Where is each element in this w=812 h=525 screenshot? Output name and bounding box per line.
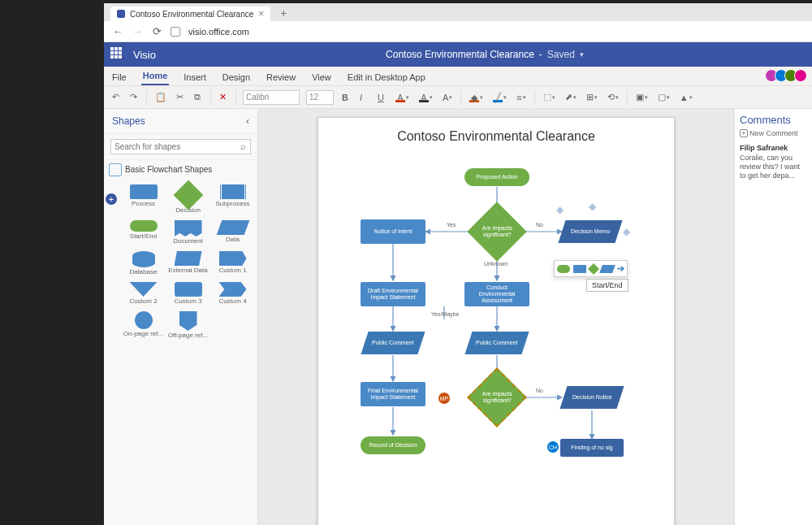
node-decision-memo[interactable]: Decision Memo [558, 220, 622, 243]
new-tab-button[interactable]: + [274, 5, 293, 21]
tab-close-icon[interactable]: × [258, 9, 264, 19]
shape-stencil-label: Document [173, 238, 202, 245]
shape-stencil-cust1[interactable]: Custom 1 [211, 249, 254, 278]
tab-review[interactable]: Review [265, 69, 297, 85]
add-shape-category-button[interactable]: + [106, 193, 117, 205]
font-size-select[interactable] [306, 90, 334, 105]
copy-icon[interactable]: ⧉ [192, 92, 204, 102]
shape-stencil-cust2[interactable]: Custom 2 [122, 280, 165, 307]
new-comment-button[interactable]: +New Comment [740, 129, 807, 137]
tab-file[interactable]: File [110, 69, 128, 85]
mini-shape-decision-icon[interactable] [588, 262, 599, 274]
connection-point-icon[interactable]: ◆ [622, 228, 630, 236]
node-impacts-significant-2[interactable]: Are impacts significant? [467, 367, 527, 427]
node-finding-no-sig[interactable]: Finding of no sig [560, 439, 624, 457]
shapes-search[interactable]: ⌕ [110, 139, 251, 154]
node-conduct-env-assessment[interactable]: Conduct Environmental Assessment [464, 282, 529, 306]
shape-stencil-db[interactable]: Database [122, 249, 165, 278]
tab-home[interactable]: Home [141, 67, 170, 85]
collapse-panel-icon[interactable]: ‹ [246, 115, 249, 127]
diagram-page[interactable]: Contoso Environmental Clearance [317, 117, 675, 525]
line-style-button[interactable]: ≡▾ [515, 93, 527, 102]
quick-shapes-toolbar[interactable]: ➔ [554, 260, 628, 277]
mini-shape-process-icon[interactable] [573, 265, 586, 273]
group-button[interactable]: ⊞▾ [585, 92, 599, 102]
nav-refresh-icon[interactable]: ⟳ [151, 25, 162, 37]
text-align-button[interactable]: A▾ [441, 93, 454, 102]
canvas[interactable]: Contoso Environmental Clearance [258, 109, 734, 525]
node-public-comment-2[interactable]: Public Comment [464, 332, 529, 354]
rotate-button[interactable]: ⟲▾ [606, 92, 620, 102]
node-draft-env-impact[interactable]: Draft Environmental Impact Statement [361, 282, 425, 306]
mini-shape-more-icon[interactable]: ➔ [617, 263, 624, 274]
comments-pane: Comments +New Comment Filip Safranek Cor… [734, 109, 812, 525]
tab-view[interactable]: View [310, 69, 333, 85]
connection-point-icon[interactable]: ◆ [555, 206, 564, 214]
arrange-button[interactable]: ⬈▾ [564, 92, 578, 102]
node-record-decision[interactable]: Record of Decision [361, 436, 425, 454]
tab-insert[interactable]: Insert [182, 69, 208, 85]
shape-stencil-rect[interactable]: Process [122, 182, 165, 216]
url-text[interactable]: visio.office.com [188, 27, 249, 37]
node-final-env-impact[interactable]: Final Environmental Impact Statement [361, 382, 425, 406]
browser-tab[interactable]: Contoso Environmental Clearance × [110, 7, 270, 21]
highlight-button[interactable]: A▾ [417, 93, 434, 102]
send-back-button[interactable]: ▢▾ [656, 92, 672, 102]
node-notice-intent[interactable]: Notice of Intent [361, 219, 425, 244]
bold-button[interactable]: B [340, 93, 352, 102]
cut-icon[interactable]: ✂ [175, 92, 186, 102]
presence-badge-ch[interactable]: CH [547, 441, 559, 453]
node-public-comment-1[interactable]: Public Comment [361, 332, 425, 354]
node-proposed-action[interactable]: Proposed Action [464, 168, 529, 186]
comments-title: Comments [740, 114, 807, 126]
nav-forward-icon[interactable]: → [132, 25, 143, 37]
shapes-search-input[interactable] [111, 140, 236, 154]
shape-stencil-data[interactable]: Data [211, 218, 254, 247]
presence-badge-mp[interactable]: MP [438, 393, 450, 404]
more-button[interactable]: ▲▾ [678, 93, 694, 102]
redo-icon[interactable]: ↷ [128, 92, 140, 102]
shape-stencil-offpage[interactable]: Off-page ref... [166, 309, 209, 341]
site-info-icon[interactable] [171, 27, 180, 37]
document-title-dropdown[interactable]: Contoso Environmental Clearance - Saved … [164, 49, 806, 60]
rect-icon [130, 184, 158, 199]
shape-stencil-cust4[interactable]: Custom 4 [211, 280, 254, 307]
app-launcher-icon[interactable] [110, 47, 125, 62]
undo-icon[interactable]: ↶ [110, 92, 122, 102]
edit-in-desktop-button[interactable]: Edit in Desktop App [346, 69, 427, 85]
node-decision-notice[interactable]: Decision Notice [559, 386, 624, 409]
fill-color-button[interactable]: ◆▾ [468, 93, 485, 102]
align-button[interactable]: ⬚▾ [542, 92, 557, 102]
app-title-bar: Visio Contoso Environmental Clearance - … [104, 42, 812, 67]
connection-point-icon[interactable]: ◆ [588, 202, 596, 210]
avatar[interactable] [794, 69, 807, 82]
shape-stencil-cust3[interactable]: Custom 3 [166, 280, 209, 307]
search-icon[interactable]: ⌕ [236, 140, 250, 154]
presence-avatars[interactable] [768, 69, 807, 82]
bring-front-button[interactable]: ▣▾ [634, 92, 650, 102]
italic-button[interactable]: I [358, 93, 369, 102]
shape-stencil-label: Data [226, 236, 240, 243]
shape-stencil-doc[interactable]: Document [166, 218, 209, 247]
shape-category-header[interactable]: Basic Flowchart Shapes [104, 160, 257, 179]
shape-stencil-ext[interactable]: External Data [166, 249, 209, 278]
paste-icon[interactable]: 📋 [153, 92, 168, 102]
tab-design[interactable]: Design [221, 69, 252, 85]
shape-stencil-circle[interactable]: On-page ref... [122, 309, 165, 341]
shape-stencil-subproc[interactable]: Subprocess [211, 182, 254, 216]
node-impacts-significant[interactable]: Are impacts significant? [467, 202, 527, 262]
nav-back-icon[interactable]: ← [112, 25, 123, 37]
font-color-button[interactable]: A▾ [394, 93, 411, 102]
font-name-select[interactable] [243, 90, 300, 105]
line-color-button[interactable]: ╱▾ [491, 93, 508, 102]
delete-icon[interactable]: ✕ [218, 92, 229, 102]
comment-thread[interactable]: Filip Safranek Coralie, can you review t… [740, 144, 807, 180]
shape-stencil-diamond[interactable]: Decision [166, 182, 209, 216]
mini-shape-startend-icon[interactable] [557, 265, 570, 273]
shape-stencil-label: Custom 3 [174, 298, 201, 305]
mini-shape-data-icon[interactable] [599, 265, 615, 273]
shape-stencil-label: Custom 1 [218, 267, 246, 274]
diagram-title: Contoso Environmental Clearance [318, 118, 674, 155]
underline-button[interactable]: U [376, 93, 387, 102]
shape-stencil-term[interactable]: Start/End [122, 218, 165, 247]
